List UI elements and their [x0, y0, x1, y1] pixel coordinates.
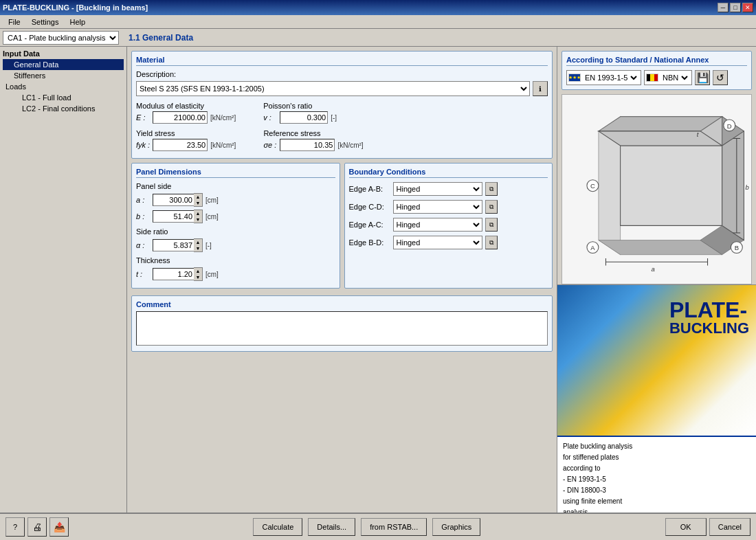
menu-help[interactable]: Help	[64, 16, 91, 27]
b-input[interactable]	[153, 210, 194, 223]
eu-flag: ★★★	[568, 74, 581, 82]
status-left-buttons: ? 🖨 📤	[5, 517, 69, 537]
bc-cd-copy-btn[interactable]: ⧉	[485, 200, 498, 214]
from-rstab-button[interactable]: from RSTAB...	[361, 518, 427, 536]
window-controls: ─ □ ✕	[718, 3, 753, 12]
a-spin-btns[interactable]: ▲ ▼	[194, 193, 203, 207]
standard-save-btn[interactable]: 💾	[695, 70, 710, 85]
a-unit: [cm]	[205, 196, 219, 204]
bc-ab-combo[interactable]: Hinged	[393, 182, 482, 196]
details-button[interactable]: Details...	[308, 518, 355, 536]
bc-bd-combo[interactable]: Hinged	[393, 236, 482, 249]
t-label: t :	[136, 270, 150, 278]
sigma-input[interactable]	[280, 139, 335, 151]
fyk-unit: [kN/cm²]	[210, 142, 236, 149]
a-row: a : ▲ ▼ [cm]	[136, 193, 335, 207]
alpha-spin[interactable]: ▲ ▼	[153, 238, 203, 252]
alpha-unit: [-]	[205, 242, 212, 249]
material-info-btn[interactable]: ℹ	[533, 81, 548, 96]
standard-refresh-btn[interactable]: ↺	[713, 70, 728, 85]
bc-cd-combo[interactable]: Hinged	[393, 200, 482, 214]
b-spin-down[interactable]: ▼	[194, 216, 202, 223]
v-label: v :	[263, 113, 277, 122]
menu-settings[interactable]: Settings	[26, 16, 65, 27]
alpha-spin-btns[interactable]: ▲ ▼	[194, 238, 203, 252]
print-btn[interactable]: 🖨	[27, 517, 47, 537]
v-input[interactable]	[280, 111, 328, 124]
t-spin-btns[interactable]: ▲ ▼	[194, 267, 203, 281]
sidebar: Input Data General Data Stiffeners Loads…	[0, 47, 127, 513]
bc-ab-copy-btn[interactable]: ⧉	[485, 182, 498, 196]
material-combo[interactable]: Steel S 235 (SFS EN 1993-1-1:2005)	[136, 81, 530, 96]
t-spin-down[interactable]: ▼	[194, 274, 202, 280]
sidebar-item-lc2[interactable]: LC2 - Final conditions	[3, 103, 124, 114]
bc-ac-copy-btn[interactable]: ⧉	[485, 218, 498, 232]
e-unit: [kN/cm²]	[210, 114, 236, 122]
export-icon: 📤	[54, 521, 65, 532]
bc-ac-combo[interactable]: Hinged	[393, 218, 482, 232]
poisson-label: Poisson's ratio	[263, 102, 337, 110]
modulus-group: Modulus of elasticity E : [kN/cm²]	[136, 102, 236, 126]
b-row: b : ▲ ▼ [cm]	[136, 210, 335, 223]
t-input[interactable]	[153, 268, 194, 280]
minimize-button[interactable]: ─	[718, 3, 729, 12]
a-input[interactable]	[153, 194, 194, 206]
t-spin[interactable]: ▲ ▼	[153, 267, 203, 281]
fyk-input[interactable]	[153, 139, 208, 151]
b-spin-btns[interactable]: ▲ ▼	[194, 210, 203, 223]
be-flag	[646, 74, 658, 82]
graphics-button[interactable]: Graphics	[432, 518, 480, 536]
standard-row: ★★★ EN 1993-1-5	[566, 70, 747, 85]
calculate-button[interactable]: Calculate	[253, 518, 302, 536]
svg-marker-1	[599, 117, 722, 131]
print-icon: 🖨	[32, 521, 42, 532]
lower-cols: Panel Dimensions Panel side a : ▲ ▼	[131, 163, 553, 293]
svg-text:D: D	[727, 122, 732, 130]
alpha-spin-up[interactable]: ▲	[194, 239, 202, 245]
content-area: Material Description: Steel S 235 (SFS E…	[127, 47, 756, 513]
menu-file[interactable]: File	[3, 16, 26, 27]
alpha-spin-down[interactable]: ▼	[194, 245, 202, 251]
a-spin[interactable]: ▲ ▼	[153, 193, 203, 207]
ok-button[interactable]: OK	[665, 518, 707, 536]
boundary-header: Boundary Conditions	[349, 168, 548, 178]
b-spin[interactable]: ▲ ▼	[153, 210, 203, 223]
dimensions-header: Panel Dimensions	[136, 168, 335, 178]
ok-cancel-buttons: OK Cancel	[665, 518, 751, 536]
help-icon: ?	[13, 523, 17, 531]
side-ratio-label: Side ratio	[136, 227, 335, 236]
analysis-combo[interactable]: CA1 - Plate buckling analysis	[3, 31, 119, 45]
bc-bd-copy-btn[interactable]: ⧉	[485, 236, 498, 249]
plate-svg: D C A B b	[562, 95, 751, 284]
annex-select[interactable]: NBN	[660, 71, 690, 84]
main-layout: Input Data General Data Stiffeners Loads…	[0, 47, 756, 513]
a-spin-down[interactable]: ▼	[194, 200, 202, 206]
comment-textarea[interactable]	[136, 311, 548, 346]
cancel-button[interactable]: Cancel	[709, 518, 751, 536]
b-spin-up[interactable]: ▲	[194, 210, 202, 216]
sidebar-item-stiffeners[interactable]: Stiffeners	[3, 70, 124, 81]
maximize-button[interactable]: □	[730, 3, 741, 12]
toolbar: CA1 - Plate buckling analysis 1.1 Genera…	[0, 29, 756, 47]
help-btn[interactable]: ?	[5, 517, 25, 537]
right-side: According to Standard / National Annex ★…	[557, 47, 756, 513]
export-btn[interactable]: 📤	[49, 517, 69, 537]
bc-ab-label: Edge A-B:	[349, 185, 390, 193]
bc-ac-label: Edge A-C:	[349, 221, 390, 229]
brand-image: PLATE- BUCKLING	[557, 284, 756, 436]
bc-cd-label: Edge C-D:	[349, 203, 390, 211]
brand-plate: PLATE-	[669, 299, 749, 321]
close-button[interactable]: ✕	[742, 3, 753, 12]
sidebar-item-lc1[interactable]: LC1 - Full load	[3, 92, 124, 103]
svg-text:A: A	[590, 244, 595, 251]
e-row: E : [kN/cm²]	[136, 111, 236, 124]
a-spin-up[interactable]: ▲	[194, 194, 202, 200]
sidebar-item-loads[interactable]: Loads	[3, 81, 124, 92]
alpha-input[interactable]	[153, 239, 194, 251]
e-input[interactable]	[153, 111, 208, 124]
svg-marker-6	[621, 146, 722, 225]
t-spin-up[interactable]: ▲	[194, 268, 202, 274]
material-header: Material	[136, 56, 548, 66]
norm-select[interactable]: EN 1993-1-5	[582, 71, 639, 84]
sidebar-item-general-data[interactable]: General Data	[3, 59, 124, 70]
